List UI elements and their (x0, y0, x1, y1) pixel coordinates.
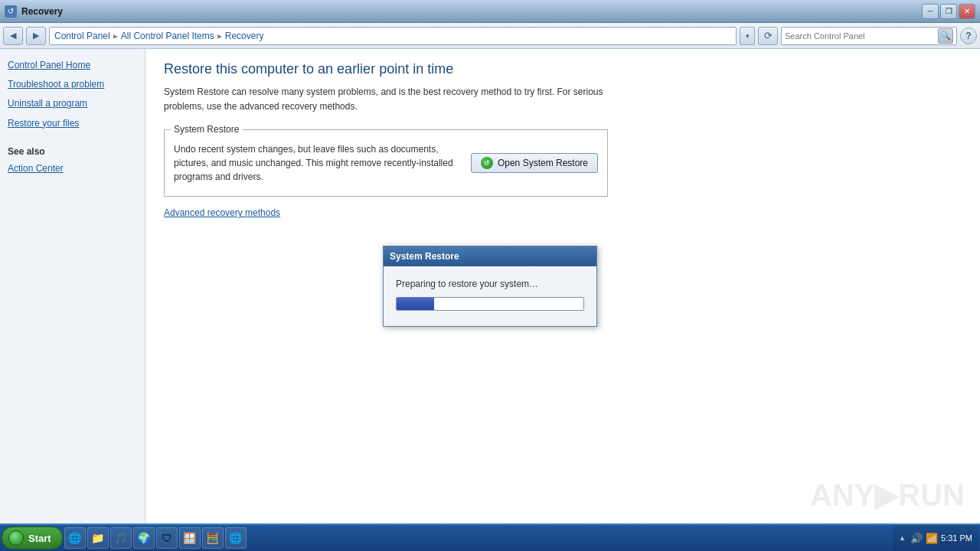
sidebar-item-control-panel-home[interactable]: Control Panel Home (8, 58, 137, 73)
window-icon: ↺ (5, 5, 17, 18)
system-restore-legend: System Restore (171, 124, 242, 135)
start-button[interactable]: Start (2, 527, 63, 549)
system-restore-description: Undo recent system changes, but leave fi… (174, 142, 459, 184)
path-sep-2: ▸ (217, 31, 222, 41)
close-button[interactable]: ✕ (959, 4, 975, 19)
clock[interactable]: 5:31 PM (941, 533, 972, 543)
sidebar-item-uninstall[interactable]: Uninstall a program (8, 96, 137, 111)
taskbar-ie-icon[interactable]: 🌐 (64, 527, 86, 549)
address-path: Control Panel ▸ All Control Panel Items … (49, 27, 737, 45)
taskbar-calc-icon[interactable]: 🧮 (202, 527, 224, 549)
sound-icon[interactable]: 🔊 (910, 533, 923, 544)
sidebar: Control Panel Home Troubleshoot a proble… (0, 49, 145, 523)
back-button[interactable]: ◀ (3, 27, 23, 45)
dialog-preparing-text: Preparing to restore your system… (396, 279, 584, 289)
taskbar-window-icon[interactable]: 🪟 (179, 527, 201, 549)
window-title: Recovery (21, 6, 922, 17)
minimize-button[interactable]: ─ (922, 4, 939, 19)
path-control-panel[interactable]: Control Panel (54, 31, 110, 41)
restore-icon: ↺ (481, 157, 493, 169)
see-also-title: See also (8, 146, 137, 157)
open-system-restore-label: Open System Restore (498, 158, 588, 168)
dialog-title-bar: System Restore (384, 246, 596, 266)
title-bar-controls: ─ ❐ ✕ (922, 4, 975, 19)
taskbar-security-icon[interactable]: 🛡 (156, 527, 178, 549)
sidebar-item-troubleshoot[interactable]: Troubleshoot a problem (8, 77, 137, 92)
network-icon[interactable]: 📶 (926, 533, 938, 544)
system-tray: ▲ 🔊 📶 5:31 PM (893, 525, 978, 551)
title-bar: ↺ Recovery ─ ❐ ✕ (0, 0, 980, 23)
refresh-button[interactable]: ⟳ (758, 27, 778, 45)
system-restore-inner: Undo recent system changes, but leave fi… (174, 142, 598, 184)
see-also-section: See also Action Center (8, 146, 137, 176)
sidebar-item-restore-files[interactable]: Restore your files (8, 116, 137, 131)
address-bar: ◀ ▶ Control Panel ▸ All Control Panel It… (0, 23, 980, 49)
start-orb (8, 530, 24, 546)
intro-text: System Restore can resolve many system p… (164, 85, 608, 114)
help-button[interactable]: ? (960, 28, 977, 44)
restore-button[interactable]: ❐ (940, 4, 957, 19)
system-restore-dialog: System Restore Preparing to restore your… (383, 246, 597, 327)
sidebar-item-action-center[interactable]: Action Center (8, 161, 137, 176)
path-all-items[interactable]: All Control Panel Items (121, 31, 214, 41)
taskbar-browser2-icon[interactable]: 🌍 (133, 527, 155, 549)
dialog-title: System Restore (390, 251, 459, 262)
path-recovery[interactable]: Recovery (225, 31, 264, 41)
progress-bar-container (396, 297, 584, 311)
search-input[interactable] (785, 31, 935, 41)
start-label: Start (28, 533, 51, 544)
progress-bar-fill (397, 298, 434, 310)
open-system-restore-button[interactable]: ↺ Open System Restore (471, 153, 598, 173)
search-box: 🔍 (781, 27, 957, 45)
search-button[interactable]: 🔍 (938, 28, 953, 44)
dialog-content: Preparing to restore your system… (384, 266, 596, 326)
taskbar-media-icon[interactable]: 🎵 (110, 527, 132, 549)
system-restore-group: System Restore Undo recent system change… (164, 129, 608, 197)
advanced-recovery-link[interactable]: Advanced recovery methods (164, 207, 280, 218)
taskbar: Start 🌐 📁 🎵 🌍 🛡 🪟 🧮 🌐 ▲ 🔊 📶 5:31 PM (0, 523, 980, 551)
path-sep-1: ▸ (113, 31, 118, 41)
taskbar-folder-icon[interactable]: 📁 (87, 527, 109, 549)
address-dropdown-button[interactable]: ▾ (740, 27, 755, 45)
page-title: Restore this computer to an earlier poin… (164, 61, 962, 77)
show-hidden-icons-button[interactable]: ▲ (899, 534, 906, 542)
forward-button[interactable]: ▶ (26, 27, 46, 45)
taskbar-misc-icon[interactable]: 🌐 (225, 527, 247, 549)
